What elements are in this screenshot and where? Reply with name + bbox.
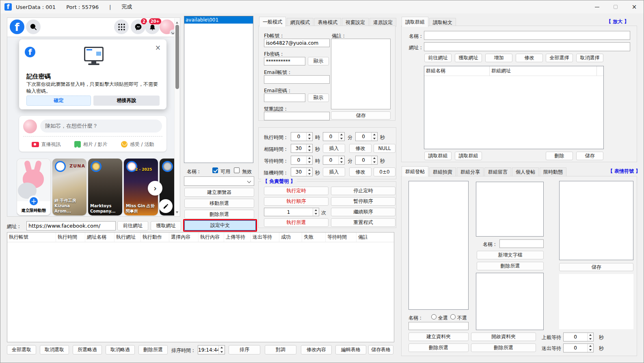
content-listbox-3[interactable]: [476, 273, 544, 330]
spinner-arrows[interactable]: [313, 208, 319, 216]
spinner-arrows[interactable]: [338, 133, 344, 141]
interval-null-button[interactable]: NULL: [374, 144, 395, 153]
later-button[interactable]: 稍後再說: [93, 96, 160, 106]
column-header[interactable]: 群組名稱: [424, 66, 490, 76]
confirm-button[interactable]: 確定: [26, 96, 91, 106]
posting-name-input-2[interactable]: [499, 239, 544, 248]
minimize-button[interactable]: [588, 0, 606, 13]
apps-grid-icon[interactable]: [114, 20, 129, 34]
story-card[interactable]: ZUNA 絆 手作工房 Kizuna Arom...: [52, 159, 86, 215]
profile-avatar[interactable]: [160, 20, 174, 34]
show-email-password-button[interactable]: 顯示: [308, 93, 329, 102]
reset-program-button[interactable]: 重置程式: [331, 218, 395, 227]
profile-list-item-selected[interactable]: available\001: [184, 16, 253, 24]
save-content-button[interactable]: 儲存: [559, 263, 633, 271]
tab-group-post[interactable]: 群組發帖: [402, 166, 428, 176]
column-header[interactable]: 執行網址: [115, 233, 141, 242]
zoom-link[interactable]: 【 放大 】: [606, 18, 629, 25]
notifications-bell-icon[interactable]: 20+: [145, 20, 160, 34]
select-none-radio[interactable]: [450, 314, 456, 320]
column-header[interactable]: 網址名稱: [85, 233, 115, 242]
add-button[interactable]: 增加: [485, 54, 512, 62]
upload-wait-input[interactable]: [564, 333, 587, 341]
send-wait-input[interactable]: [564, 344, 587, 352]
group-url-input[interactable]: [424, 42, 630, 51]
profiles-dropdown[interactable]: [184, 176, 254, 186]
sort-button[interactable]: 排序: [229, 345, 260, 354]
edit-pencil-icon[interactable]: [159, 199, 173, 213]
skip-selected-button[interactable]: 所選略過: [73, 345, 102, 354]
show-fb-password-button[interactable]: 顯示: [308, 57, 329, 65]
random-insert-button[interactable]: 插入: [323, 167, 345, 176]
column-header[interactable]: 執行帳號: [7, 233, 56, 242]
sort-time-input[interactable]: [198, 346, 218, 354]
spinner-arrows[interactable]: [371, 156, 377, 164]
facebook-logo-icon[interactable]: f: [10, 20, 24, 34]
new-textfile-button[interactable]: 新增文字檔: [477, 251, 544, 259]
exec-second-input[interactable]: [356, 133, 371, 141]
scroll-down-icon[interactable]: [176, 211, 178, 215]
emoji-link[interactable]: 【 表情符號 】: [608, 168, 640, 175]
composer-prompt[interactable]: 陳如芯，在想些什麼？: [40, 120, 162, 133]
delete-selected-button[interactable]: 刪除所選: [408, 343, 469, 352]
random-plusminus-button[interactable]: 0±0: [374, 167, 395, 176]
spinner-arrows[interactable]: [306, 156, 312, 164]
column-header[interactable]: 成功: [279, 233, 302, 242]
spinner-arrows[interactable]: [338, 156, 344, 164]
save-account-button[interactable]: 儲存: [331, 111, 391, 120]
tab-general-mode[interactable]: 一般模式: [259, 17, 286, 27]
modify-button[interactable]: 修改: [516, 54, 543, 62]
maximize-button[interactable]: [606, 0, 625, 13]
pause-sequence-button[interactable]: 暫停順序: [331, 197, 395, 206]
scrollbar-thumb[interactable]: [175, 25, 179, 89]
fetch-url-button[interactable]: 獲取網址: [455, 54, 482, 62]
move-selected-button[interactable]: 移動所選: [184, 199, 254, 208]
save-table-button[interactable]: 儲存表格: [368, 345, 393, 354]
run-count-input[interactable]: [264, 208, 313, 216]
live-video-button[interactable]: 直播視訊: [32, 141, 61, 148]
scroll-up-icon[interactable]: [176, 20, 178, 24]
create-story-card[interactable]: + 建立限時動態: [17, 159, 51, 215]
group-name-input[interactable]: [424, 31, 630, 40]
email-account-input[interactable]: [264, 75, 330, 84]
continue-sequence-button[interactable]: 繼續順序: [331, 208, 395, 216]
tab-personal-post[interactable]: 個人發帖: [512, 167, 539, 176]
posting-name-input-1[interactable]: [408, 322, 469, 330]
email-password-input[interactable]: [264, 93, 305, 102]
read-groups-button[interactable]: 讀取群組: [424, 152, 452, 160]
spinner-arrows[interactable]: [587, 333, 593, 341]
fb-password-input[interactable]: [264, 57, 305, 65]
column-header[interactable]: 上傳等待: [224, 233, 251, 242]
column-header[interactable]: 備註: [357, 233, 394, 242]
content-listbox-4[interactable]: [559, 181, 633, 260]
column-header[interactable]: 群組網址: [490, 66, 597, 76]
modify-content-button[interactable]: 修改內容: [301, 345, 332, 354]
note-textarea[interactable]: [331, 39, 391, 109]
spinner-arrows[interactable]: [306, 168, 312, 176]
tab-story[interactable]: 限時動態: [540, 167, 566, 176]
url-input[interactable]: [26, 221, 116, 230]
swap-button[interactable]: 對調: [265, 345, 296, 354]
delete-selected-button-2[interactable]: 刪除所選: [477, 262, 544, 270]
content-listbox-2[interactable]: [476, 182, 544, 237]
open-folder-button[interactable]: 開啟資料夾: [471, 333, 536, 341]
column-header[interactable]: 失敗: [302, 233, 326, 242]
column-header[interactable]: 執行內容: [199, 233, 224, 242]
close-button[interactable]: ×: [625, 0, 644, 13]
delete-button[interactable]: 刪除: [546, 152, 573, 160]
run-timer-button[interactable]: 執行定時: [264, 187, 328, 195]
unskip-button[interactable]: 取消略過: [106, 345, 135, 354]
column-header[interactable]: 送出等待: [251, 233, 279, 242]
spinner-arrows[interactable]: [218, 346, 225, 354]
tab-read-groups[interactable]: 讀取群組: [402, 17, 428, 27]
feeling-activity-button[interactable]: 感受 / 活動: [121, 141, 154, 148]
exec-minute-input[interactable]: [323, 133, 338, 141]
browser-scrollbar[interactable]: [174, 18, 179, 217]
content-listbox-1[interactable]: [408, 181, 469, 310]
random-input[interactable]: [291, 168, 306, 176]
wait-hour-input[interactable]: [291, 156, 306, 164]
delete-selected-button-3[interactable]: 刪除所選: [471, 343, 536, 352]
select-all-button[interactable]: 全部選取: [7, 345, 36, 354]
messenger-icon[interactable]: 2: [131, 20, 145, 34]
wait-second-input[interactable]: [356, 156, 371, 164]
